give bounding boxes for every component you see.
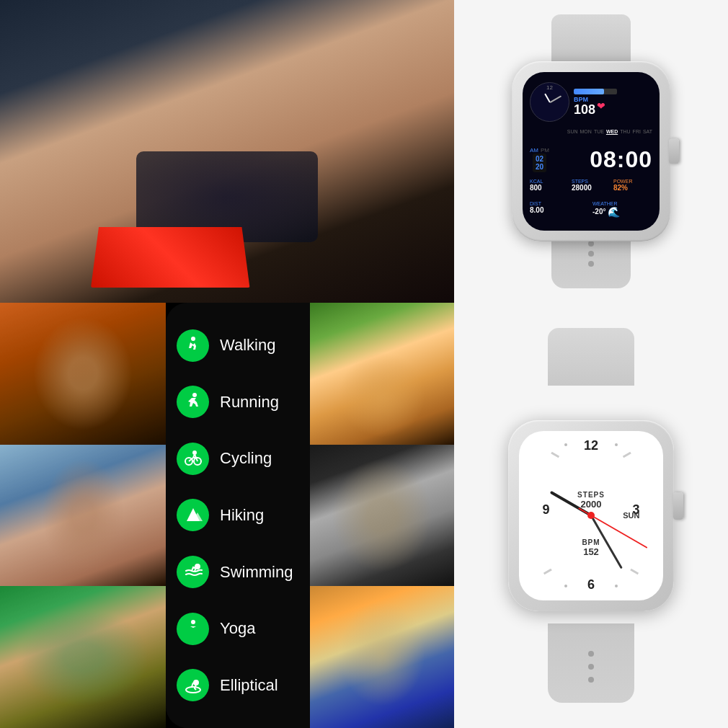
watch-body-digital: BPM 108 ❤ SUN MON TUE WED T	[490, 14, 692, 288]
swimming-icon-circle	[177, 556, 209, 588]
activity-item-running[interactable]: Running	[177, 386, 299, 418]
yoga-icon	[183, 618, 203, 639]
main-container: BPM 108 ❤ SUN MON TUE WED T	[0, 0, 728, 728]
analog-face: 12 3 6 9	[521, 432, 662, 598]
heart-icon: ❤	[597, 100, 605, 112]
walking-label: Walking	[220, 336, 275, 355]
tick-mark	[630, 569, 639, 575]
min-dot	[615, 585, 618, 587]
bpm-value: 108	[574, 103, 595, 116]
svg-point-10	[194, 680, 198, 685]
sport-photo-running-track	[310, 303, 454, 445]
activity-item-swimming[interactable]: Swimming	[177, 556, 299, 588]
date-day: 20	[536, 163, 543, 171]
yoga-icon-circle	[177, 613, 209, 645]
activity-section: Walking Running	[0, 303, 454, 728]
watch-screen-digital: BPM 108 ❤ SUN MON TUE WED T	[523, 72, 660, 231]
sport-photos-right	[310, 303, 454, 728]
running-icon	[183, 392, 203, 412]
sport-photo-cycling-outdoor	[310, 445, 454, 587]
activity-item-walking[interactable]: Walking	[177, 329, 299, 362]
sport-photo-active-wear	[310, 586, 454, 728]
cycling-icon	[183, 448, 203, 469]
power-value: 82%	[613, 184, 652, 192]
num-9: 9	[543, 502, 550, 518]
kcal-value: 800	[530, 184, 569, 192]
pm-label: PM	[541, 147, 549, 154]
tick-mark	[543, 569, 552, 575]
band-bottom-2	[548, 623, 634, 703]
svg-point-1	[192, 393, 197, 397]
stat-power: POWER 82%	[613, 179, 652, 197]
tick-mark	[623, 452, 631, 458]
watch-row-3: KCAL 800 STEPS 28000 POWER 82%	[530, 179, 652, 197]
min-dot	[564, 585, 567, 587]
activity-menu: Walking Running	[166, 303, 310, 728]
day-fri: FRI	[633, 129, 641, 140]
weather-label: WEATHER	[592, 201, 652, 206]
crown-button[interactable]	[669, 139, 679, 164]
swimming-label: Swimming	[220, 563, 293, 582]
days-row: SUN MON TUE WED THU FRI SAT	[530, 129, 652, 140]
day-thu: THU	[620, 129, 630, 140]
band-top-1	[551, 14, 631, 65]
svg-point-8	[191, 620, 195, 624]
stat-weather: WEATHER -20° 🌊	[592, 201, 652, 223]
day-tue: TUE	[594, 129, 604, 140]
activity-item-hiking[interactable]: Hiking	[177, 499, 299, 531]
activity-item-yoga[interactable]: Yoga	[177, 613, 299, 645]
battery-bpm-area: BPM 108 ❤	[574, 89, 652, 116]
steps-value: 28000	[572, 184, 611, 192]
sport-photo-yoga	[0, 445, 166, 587]
dist-label: DIST	[530, 201, 590, 206]
power-label: POWER	[613, 179, 652, 184]
band-hole	[588, 651, 594, 657]
watch-display-digital: BPM 108 ❤ SUN MON TUE WED T	[454, 0, 728, 303]
running-label: Running	[220, 393, 279, 412]
stat-kcal: KCAL 800	[530, 179, 569, 197]
weather-icon: 🌊	[608, 206, 620, 218]
svg-point-4	[193, 451, 196, 454]
hiking-icon	[183, 505, 203, 525]
cycling-icon-circle	[177, 443, 209, 475]
sport-photos-left	[0, 303, 166, 728]
min-dot	[615, 443, 618, 446]
band-top-2	[548, 328, 634, 386]
steps-label-2: STEPS	[577, 491, 605, 499]
center-dot	[587, 512, 595, 519]
clock-analog-small	[530, 82, 569, 122]
watch-center-steps: STEPS 2000	[577, 491, 605, 510]
walking-icon	[183, 335, 203, 355]
watch-row-1: BPM 108 ❤	[530, 79, 652, 125]
steps-label: STEPS	[572, 179, 611, 184]
hiking-icon-circle	[177, 499, 209, 531]
svg-point-9	[186, 687, 200, 693]
hiking-label: Hiking	[220, 506, 264, 525]
elliptical-icon-circle	[177, 669, 209, 701]
watch-center-bpm: BPM 152	[582, 517, 600, 557]
crown-button-2[interactable]	[673, 492, 683, 520]
activity-item-elliptical[interactable]: Elliptical	[177, 669, 299, 701]
dist-value: 8.00	[530, 206, 590, 214]
day-mon: MON	[580, 129, 592, 140]
running-icon-circle	[177, 386, 209, 418]
battery-fill	[574, 89, 604, 94]
num-12: 12	[584, 438, 598, 453]
cycling-label: Cycling	[220, 449, 272, 468]
num-6: 6	[587, 577, 595, 592]
watch-time: 08:00	[590, 146, 652, 173]
bpm-value-2: 152	[582, 546, 600, 557]
watch-day: SUN	[623, 511, 639, 520]
svg-point-0	[191, 337, 195, 341]
battery-bar	[574, 89, 617, 94]
watch-case-digital: BPM 108 ❤ SUN MON TUE WED T	[512, 61, 670, 241]
watch-screen-analog: 12 3 6 9	[519, 431, 663, 600]
watch-display-analog: 12 3 6 9	[454, 303, 728, 728]
am-label: AM	[530, 147, 538, 154]
date-ampm-section: AM PM 02 20	[530, 147, 549, 172]
band-hole	[588, 664, 594, 670]
day-sun: SUN	[567, 129, 578, 140]
weather-value: -20°	[592, 208, 605, 216]
band-hole	[588, 241, 594, 247]
activity-item-cycling[interactable]: Cycling	[177, 443, 299, 475]
